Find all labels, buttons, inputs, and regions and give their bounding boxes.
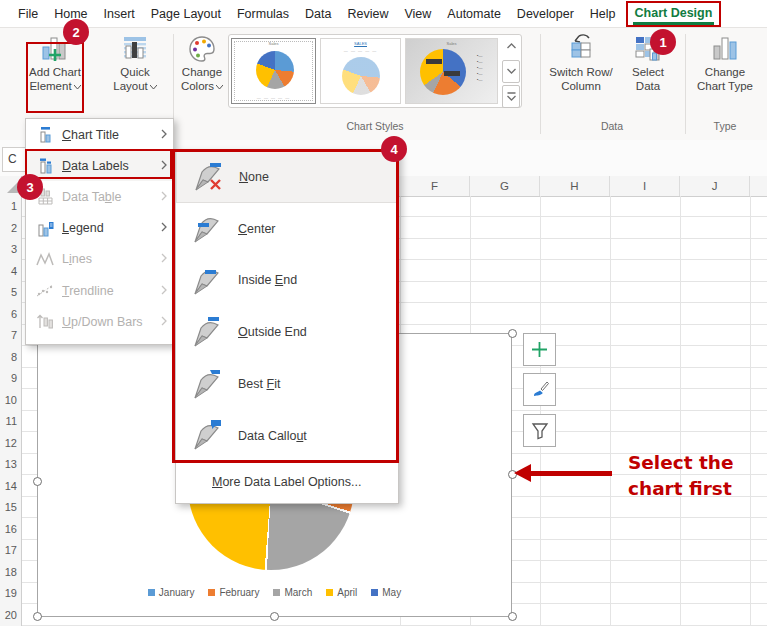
column-header-h[interactable]: H: [540, 176, 610, 196]
legend-item-march[interactable]: March: [273, 587, 312, 598]
chart-style-thumbnail-3[interactable]: Sales ▪—▪—▪—▪—▪—: [405, 38, 498, 104]
submenu-item-inside-end[interactable]: Inside End: [176, 255, 398, 307]
chart-legend[interactable]: JanuaryFebruaryMarchAprilMay: [38, 587, 511, 598]
tab-file[interactable]: File: [10, 0, 46, 28]
tab-help[interactable]: Help: [582, 0, 624, 28]
change-chart-type-label-2: Chart Type: [697, 80, 753, 92]
annotation-arrow: [530, 471, 612, 476]
data-labels-icon: [34, 157, 56, 174]
legend-item-april[interactable]: April: [326, 587, 357, 598]
quick-layout-button[interactable]: Quick Layout: [106, 32, 164, 93]
column-header-j[interactable]: J: [680, 176, 750, 196]
row-header-8[interactable]: 8: [0, 347, 21, 369]
tab-review[interactable]: Review: [339, 0, 396, 28]
chart-handle-bottom-left[interactable]: [33, 612, 42, 621]
tab-automate[interactable]: Automate: [439, 0, 509, 28]
row-header-9[interactable]: 9: [0, 368, 21, 390]
row-header-2[interactable]: 2: [0, 218, 21, 240]
menu-item-legend[interactable]: Legend: [26, 213, 173, 244]
submenu-item-label: Inside End: [238, 273, 297, 287]
gallery-scroll-down-button[interactable]: [502, 60, 520, 83]
thumbnail-data-label: [426, 59, 442, 64]
menu-item-chart-title[interactable]: Chart Title: [26, 119, 173, 150]
row-header-12[interactable]: 12: [0, 433, 21, 455]
thumbnail-title: Sales: [406, 41, 497, 46]
submenu-chevron-icon: [161, 159, 167, 173]
row-header-20[interactable]: 20: [0, 605, 21, 626]
gallery-scroll-up-button[interactable]: [502, 35, 520, 58]
row-header-18[interactable]: 18: [0, 562, 21, 584]
row-header-14[interactable]: 14: [0, 476, 21, 498]
label-inside-end-icon: [184, 264, 228, 297]
column-header-i[interactable]: I: [610, 176, 680, 196]
tab-label: Home: [54, 7, 87, 21]
thumbnail-pie: [342, 57, 380, 95]
chart-handle-bottom-right[interactable]: [508, 612, 517, 621]
quick-layout-icon: [120, 32, 150, 66]
submenu-item-none[interactable]: None: [176, 151, 398, 203]
quick-layout-label-1: Quick: [120, 66, 149, 78]
gallery-more-button[interactable]: [502, 85, 520, 108]
chart-handle-mid-left[interactable]: [33, 477, 42, 486]
row-header-19[interactable]: 19: [0, 583, 21, 605]
step-badge-2: 2: [63, 19, 89, 45]
legend-item-may[interactable]: May: [371, 587, 401, 598]
row-header-3[interactable]: 3: [0, 239, 21, 261]
ribbon-group-separator: [540, 34, 541, 134]
chart-handle-bottom-center[interactable]: [270, 612, 279, 621]
submenu-chevron-icon: [161, 252, 167, 266]
switch-row-column-label-1: Switch Row/: [549, 66, 612, 78]
chart-filters-funnel-button[interactable]: [523, 414, 556, 447]
row-header-1[interactable]: 1: [0, 196, 21, 218]
row-header-6[interactable]: 6: [0, 304, 21, 326]
chart-elements-plus-button[interactable]: [523, 333, 556, 366]
submenu-item-outside-end[interactable]: Outside End: [176, 306, 398, 358]
row-header-16[interactable]: 16: [0, 519, 21, 541]
tab-chart-design[interactable]: Chart Design: [626, 1, 722, 27]
submenu-chevron-icon: [161, 315, 167, 329]
tab-data[interactable]: Data: [297, 0, 339, 28]
tab-label: File: [18, 7, 38, 21]
submenu-item-more-data-label-options[interactable]: More Data Label Options...: [176, 463, 398, 502]
tab-label: Insert: [104, 7, 135, 21]
chart-styles-brush-button[interactable]: [523, 373, 556, 406]
row-header-7[interactable]: 7: [0, 325, 21, 347]
tab-developer[interactable]: Developer: [509, 0, 582, 28]
row-header-10[interactable]: 10: [0, 390, 21, 412]
legend-item-february[interactable]: February: [208, 587, 259, 598]
row-header-11[interactable]: 11: [0, 411, 21, 433]
row-header-17[interactable]: 17: [0, 540, 21, 562]
legend-item-january[interactable]: January: [148, 587, 195, 598]
switch-row-column-button[interactable]: Switch Row/ Column: [546, 32, 616, 93]
row-header-5[interactable]: 5: [0, 282, 21, 304]
chart-style-thumbnail-1[interactable]: Sales — — — — —: [231, 38, 316, 104]
menu-item-label: Up/Down Bars: [62, 315, 161, 329]
tab-label: Automate: [447, 7, 501, 21]
submenu-item-center[interactable]: Center: [176, 203, 398, 255]
add-chart-element-label-2: Element: [29, 80, 71, 92]
chart-style-thumbnail-2[interactable]: SALES — — — — —: [320, 38, 401, 104]
submenu-chevron-icon: [161, 190, 167, 204]
row-header-15[interactable]: 15: [0, 497, 21, 519]
tab-view[interactable]: View: [396, 0, 439, 28]
menu-item-label: Data Labels: [62, 159, 161, 173]
menu-item-data-labels[interactable]: Data Labels: [26, 150, 173, 181]
row-header-13[interactable]: 13: [0, 454, 21, 476]
row-header-4[interactable]: 4: [0, 261, 21, 283]
change-colors-palette-icon: [187, 32, 217, 66]
tab-label: Data: [305, 7, 331, 21]
menu-item-label: Trendline: [62, 284, 161, 298]
chart-handle-top-right[interactable]: [508, 329, 517, 338]
tab-insert[interactable]: Insert: [96, 0, 143, 28]
tab-formulas[interactable]: Formulas: [229, 0, 297, 28]
tab-page-layout[interactable]: Page Layout: [143, 0, 229, 28]
label-none-icon: [185, 160, 229, 193]
column-header-g[interactable]: G: [470, 176, 540, 196]
change-chart-type-icon: [710, 32, 740, 66]
legend-label: March: [284, 587, 312, 598]
column-header-f[interactable]: F: [400, 176, 470, 196]
change-colors-button[interactable]: Change Colors: [177, 32, 227, 93]
submenu-item-best-fit[interactable]: Best Fit: [176, 358, 398, 410]
submenu-item-data-callout[interactable]: Data Callout: [176, 410, 398, 462]
change-chart-type-button[interactable]: Change Chart Type: [690, 32, 760, 93]
